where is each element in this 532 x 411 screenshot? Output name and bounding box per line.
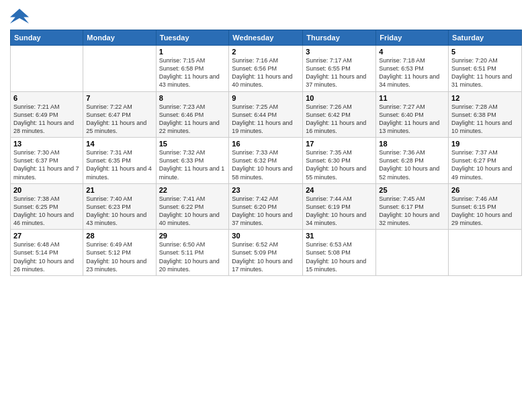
calendar-cell: 1Sunrise: 7:15 AM Sunset: 6:58 PM Daylig…: [156, 46, 229, 92]
calendar-cell: [83, 46, 156, 92]
day-info: Sunrise: 7:15 AM Sunset: 6:58 PM Dayligh…: [159, 56, 226, 89]
calendar-cell: 15Sunrise: 7:32 AM Sunset: 6:33 PM Dayli…: [156, 138, 229, 184]
day-number: 25: [379, 186, 445, 194]
day-number: 2: [232, 48, 300, 56]
day-info: Sunrise: 7:46 AM Sunset: 6:15 PM Dayligh…: [451, 195, 519, 228]
header: [10, 7, 522, 26]
day-info: Sunrise: 7:40 AM Sunset: 6:23 PM Dayligh…: [86, 195, 152, 228]
day-number: 7: [86, 94, 152, 102]
calendar-cell: 12Sunrise: 7:28 AM Sunset: 6:38 PM Dayli…: [449, 91, 522, 138]
day-number: 17: [306, 140, 373, 148]
day-info: Sunrise: 7:41 AM Sunset: 6:22 PM Dayligh…: [159, 195, 226, 228]
day-info: Sunrise: 7:35 AM Sunset: 6:30 PM Dayligh…: [306, 148, 373, 181]
calendar-cell: 4Sunrise: 7:18 AM Sunset: 6:53 PM Daylig…: [376, 46, 449, 92]
calendar-cell: 11Sunrise: 7:27 AM Sunset: 6:40 PM Dayli…: [376, 91, 449, 138]
day-number: 5: [451, 48, 519, 56]
calendar-header-row: SundayMondayTuesdayWednesdayThursdayFrid…: [11, 30, 522, 46]
day-info: Sunrise: 7:45 AM Sunset: 6:17 PM Dayligh…: [379, 195, 445, 228]
day-info: Sunrise: 7:27 AM Sunset: 6:40 PM Dayligh…: [379, 103, 445, 136]
day-number: 28: [86, 232, 152, 240]
day-number: 24: [306, 186, 373, 194]
day-info: Sunrise: 6:50 AM Sunset: 5:11 PM Dayligh…: [159, 240, 226, 273]
calendar-cell: 16Sunrise: 7:33 AM Sunset: 6:32 PM Dayli…: [229, 138, 303, 184]
calendar-day-header: Wednesday: [229, 30, 303, 46]
calendar-day-header: Thursday: [303, 30, 376, 46]
calendar-table: SundayMondayTuesdayWednesdayThursdayFrid…: [10, 30, 522, 276]
day-number: 4: [379, 48, 445, 56]
day-info: Sunrise: 7:21 AM Sunset: 6:49 PM Dayligh…: [13, 103, 80, 136]
day-number: 15: [159, 140, 226, 148]
calendar-cell: 17Sunrise: 7:35 AM Sunset: 6:30 PM Dayli…: [303, 138, 376, 184]
calendar-cell: 5Sunrise: 7:20 AM Sunset: 6:51 PM Daylig…: [449, 46, 522, 92]
day-number: 19: [451, 140, 519, 148]
calendar-cell: [376, 230, 449, 276]
day-number: 30: [232, 232, 300, 240]
calendar-week-row: 6Sunrise: 7:21 AM Sunset: 6:49 PM Daylig…: [11, 91, 522, 138]
day-info: Sunrise: 7:25 AM Sunset: 6:44 PM Dayligh…: [232, 103, 300, 136]
day-info: Sunrise: 7:30 AM Sunset: 6:37 PM Dayligh…: [13, 148, 80, 181]
day-info: Sunrise: 7:32 AM Sunset: 6:33 PM Dayligh…: [159, 148, 226, 181]
day-number: 12: [451, 94, 519, 102]
calendar-cell: 31Sunrise: 6:53 AM Sunset: 5:08 PM Dayli…: [303, 230, 376, 276]
day-number: 21: [86, 186, 152, 194]
day-number: 8: [159, 94, 226, 102]
calendar-day-header: Tuesday: [156, 30, 229, 46]
calendar-cell: 19Sunrise: 7:37 AM Sunset: 6:27 PM Dayli…: [449, 138, 522, 184]
calendar-day-header: Saturday: [449, 30, 522, 46]
day-info: Sunrise: 6:48 AM Sunset: 5:14 PM Dayligh…: [13, 240, 80, 273]
calendar-cell: 3Sunrise: 7:17 AM Sunset: 6:55 PM Daylig…: [303, 46, 376, 92]
logo-icon: [10, 7, 29, 26]
day-info: Sunrise: 7:23 AM Sunset: 6:46 PM Dayligh…: [159, 103, 226, 136]
calendar-cell: 6Sunrise: 7:21 AM Sunset: 6:49 PM Daylig…: [11, 91, 83, 138]
calendar-cell: 24Sunrise: 7:44 AM Sunset: 6:19 PM Dayli…: [303, 183, 376, 230]
calendar-week-row: 20Sunrise: 7:38 AM Sunset: 6:25 PM Dayli…: [11, 183, 522, 230]
calendar-cell: [11, 46, 83, 92]
svg-marker-1: [10, 9, 29, 24]
day-number: 1: [159, 48, 226, 56]
logo: [10, 7, 32, 26]
day-info: Sunrise: 7:38 AM Sunset: 6:25 PM Dayligh…: [13, 195, 80, 228]
day-number: 16: [232, 140, 300, 148]
calendar-cell: 20Sunrise: 7:38 AM Sunset: 6:25 PM Dayli…: [11, 183, 83, 230]
day-info: Sunrise: 6:49 AM Sunset: 5:12 PM Dayligh…: [86, 240, 152, 273]
day-number: 9: [232, 94, 300, 102]
calendar-cell: 2Sunrise: 7:16 AM Sunset: 6:56 PM Daylig…: [229, 46, 303, 92]
calendar-cell: 18Sunrise: 7:36 AM Sunset: 6:28 PM Dayli…: [376, 138, 449, 184]
calendar-cell: 29Sunrise: 6:50 AM Sunset: 5:11 PM Dayli…: [156, 230, 229, 276]
calendar-cell: [449, 230, 522, 276]
day-info: Sunrise: 7:28 AM Sunset: 6:38 PM Dayligh…: [451, 103, 519, 136]
calendar-day-header: Friday: [376, 30, 449, 46]
day-number: 27: [13, 232, 80, 240]
calendar-day-header: Sunday: [11, 30, 83, 46]
calendar-week-row: 13Sunrise: 7:30 AM Sunset: 6:37 PM Dayli…: [11, 138, 522, 184]
day-number: 18: [379, 140, 445, 148]
day-number: 22: [159, 186, 226, 194]
day-number: 13: [13, 140, 80, 148]
calendar-cell: 9Sunrise: 7:25 AM Sunset: 6:44 PM Daylig…: [229, 91, 303, 138]
day-number: 3: [306, 48, 373, 56]
day-number: 29: [159, 232, 226, 240]
day-info: Sunrise: 6:53 AM Sunset: 5:08 PM Dayligh…: [306, 240, 373, 273]
day-info: Sunrise: 7:33 AM Sunset: 6:32 PM Dayligh…: [232, 148, 300, 181]
calendar-week-row: 1Sunrise: 7:15 AM Sunset: 6:58 PM Daylig…: [11, 46, 522, 92]
day-number: 31: [306, 232, 373, 240]
day-number: 10: [306, 94, 373, 102]
page: SundayMondayTuesdayWednesdayThursdayFrid…: [0, 0, 532, 411]
calendar-cell: 7Sunrise: 7:22 AM Sunset: 6:47 PM Daylig…: [83, 91, 156, 138]
calendar-cell: 28Sunrise: 6:49 AM Sunset: 5:12 PM Dayli…: [83, 230, 156, 276]
calendar-cell: 21Sunrise: 7:40 AM Sunset: 6:23 PM Dayli…: [83, 183, 156, 230]
calendar-cell: 10Sunrise: 7:26 AM Sunset: 6:42 PM Dayli…: [303, 91, 376, 138]
day-info: Sunrise: 7:26 AM Sunset: 6:42 PM Dayligh…: [306, 103, 373, 136]
day-info: Sunrise: 7:36 AM Sunset: 6:28 PM Dayligh…: [379, 148, 445, 181]
day-info: Sunrise: 7:22 AM Sunset: 6:47 PM Dayligh…: [86, 103, 152, 136]
day-number: 26: [451, 186, 519, 194]
calendar-cell: 30Sunrise: 6:52 AM Sunset: 5:09 PM Dayli…: [229, 230, 303, 276]
calendar-cell: 8Sunrise: 7:23 AM Sunset: 6:46 PM Daylig…: [156, 91, 229, 138]
day-info: Sunrise: 7:17 AM Sunset: 6:55 PM Dayligh…: [306, 56, 373, 89]
day-info: Sunrise: 7:42 AM Sunset: 6:20 PM Dayligh…: [232, 195, 300, 228]
day-number: 6: [13, 94, 80, 102]
calendar-cell: 13Sunrise: 7:30 AM Sunset: 6:37 PM Dayli…: [11, 138, 83, 184]
calendar-cell: 25Sunrise: 7:45 AM Sunset: 6:17 PM Dayli…: [376, 183, 449, 230]
day-number: 11: [379, 94, 445, 102]
day-info: Sunrise: 7:44 AM Sunset: 6:19 PM Dayligh…: [306, 195, 373, 228]
